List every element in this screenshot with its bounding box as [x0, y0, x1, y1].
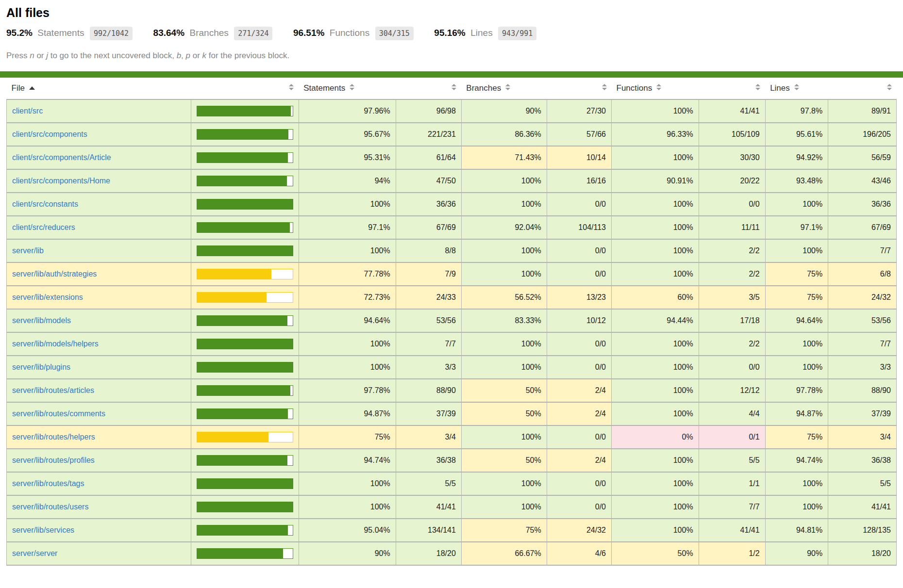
coverage-bar-cell [191, 542, 299, 565]
hint-key: k [202, 51, 207, 60]
column-header-branches[interactable]: Branches [461, 78, 547, 99]
column-header-branches-label: Branches [466, 83, 501, 93]
column-header-lines-fraction[interactable] [828, 78, 897, 99]
statements-fraction-cell: 7/9 [396, 262, 461, 286]
metric-functions-fraction: 304/315 [375, 27, 414, 40]
file-cell: server/server [7, 542, 191, 565]
file-link[interactable]: server/lib/routes/helpers [12, 433, 95, 441]
file-link[interactable]: client/src/components [12, 130, 87, 138]
sort-arrows-icon[interactable] [887, 84, 892, 90]
coverage-bar [197, 106, 293, 116]
sort-arrows-icon[interactable] [350, 84, 354, 90]
lines-pct-cell: 94.92% [765, 146, 828, 169]
functions-fraction-cell: 105/109 [699, 123, 765, 146]
coverage-bar [197, 362, 293, 373]
statements-pct-cell: 100% [299, 356, 396, 379]
file-link[interactable]: server/lib/plugins [12, 363, 70, 371]
statements-fraction-cell: 24/33 [396, 286, 461, 309]
file-link[interactable]: server/lib/models/helpers [12, 340, 99, 348]
coverage-bar [197, 222, 293, 233]
sort-asc-icon[interactable] [29, 86, 35, 90]
coverage-bar-fill [197, 269, 271, 279]
sort-arrows-icon[interactable] [452, 84, 456, 90]
file-link[interactable]: server/lib/routes/comments [12, 409, 105, 418]
statements-pct-cell: 95.31% [299, 146, 396, 169]
file-link[interactable]: server/lib/routes/tags [12, 479, 84, 488]
coverage-bar-fill [197, 316, 288, 326]
statements-fraction-cell: 67/69 [396, 216, 461, 239]
file-link[interactable]: server/lib/services [12, 526, 74, 534]
lines-fraction-cell: 41/41 [828, 495, 897, 519]
file-link[interactable]: client/src [12, 107, 43, 115]
coverage-bar [197, 478, 293, 489]
column-header-lines[interactable]: Lines [765, 78, 828, 99]
branches-pct-cell: 50% [461, 379, 547, 402]
file-link[interactable]: client/src/constants [12, 200, 78, 208]
file-link[interactable]: client/src/components/Home [12, 177, 110, 185]
coverage-bar [197, 199, 293, 210]
lines-pct-cell: 94.81% [765, 519, 828, 542]
column-header-chart[interactable] [191, 78, 299, 99]
file-cell: client/src/components [7, 123, 191, 146]
file-link[interactable]: server/lib/extensions [12, 293, 83, 301]
coverage-bar-fill [197, 525, 288, 535]
metric-branches: 83.64% Branches 271/324 [153, 28, 273, 38]
sort-arrows-icon[interactable] [794, 84, 799, 90]
coverage-bar-fill [197, 409, 288, 419]
coverage-bar-cell [191, 239, 299, 262]
coverage-bar-fill [197, 456, 288, 465]
coverage-bar [197, 432, 293, 442]
sort-arrows-icon[interactable] [755, 84, 760, 90]
sort-arrows-icon[interactable] [289, 84, 294, 90]
branches-pct-cell: 100% [461, 332, 547, 356]
branches-fraction-cell: 10/14 [547, 146, 611, 169]
column-header-statements[interactable]: Statements [299, 78, 396, 99]
file-link[interactable]: client/src/reducers [12, 223, 75, 231]
functions-fraction-cell: 3/5 [699, 286, 765, 309]
lines-pct-cell: 95.61% [765, 123, 828, 146]
branches-fraction-cell: 4/6 [547, 542, 611, 565]
sort-arrows-icon[interactable] [656, 84, 661, 90]
branches-fraction-cell: 27/30 [547, 99, 611, 123]
lines-pct-cell: 75% [765, 262, 828, 286]
table-header-row: File Statements Branches Func [7, 78, 897, 99]
coverage-bar-cell [191, 286, 299, 309]
statements-pct-cell: 97.78% [299, 379, 396, 402]
functions-pct-cell: 100% [612, 519, 699, 542]
hint-key: n [30, 51, 34, 60]
functions-pct-cell: 100% [612, 472, 699, 495]
statements-pct-cell: 97.1% [299, 216, 396, 239]
column-header-functions[interactable]: Functions [612, 78, 699, 99]
lines-fraction-cell: 43/46 [828, 169, 897, 193]
file-link[interactable]: server/server [12, 549, 57, 557]
file-cell: server/lib [7, 239, 191, 262]
branches-pct-cell: 100% [461, 169, 547, 193]
sort-arrows-icon[interactable] [602, 84, 607, 90]
branches-fraction-cell: 57/66 [547, 123, 611, 146]
file-link[interactable]: server/lib/routes/profiles [12, 456, 95, 464]
lines-pct-cell: 100% [765, 472, 828, 495]
coverage-bar-fill [197, 130, 289, 139]
column-header-functions-fraction[interactable] [699, 78, 765, 99]
column-header-statements-fraction[interactable] [396, 78, 461, 99]
branches-fraction-cell: 0/0 [547, 262, 611, 286]
functions-pct-cell: 96.33% [612, 123, 699, 146]
functions-fraction-cell: 7/7 [699, 495, 765, 519]
coverage-bar-cell [191, 425, 299, 449]
file-link[interactable]: server/lib/routes/articles [12, 386, 94, 394]
table-row: client/src/components/Home94%47/50100%16… [7, 169, 897, 193]
branches-fraction-cell: 0/0 [547, 356, 611, 379]
file-link[interactable]: server/lib/auth/strategies [12, 270, 97, 278]
table-row: server/lib/routes/helpers75%3/4100%0/00%… [7, 425, 897, 449]
sort-arrows-icon[interactable] [505, 84, 510, 90]
column-header-file[interactable]: File [7, 78, 191, 99]
functions-pct-cell: 60% [612, 286, 699, 309]
file-link[interactable]: server/lib/routes/users [12, 503, 88, 511]
coverage-bar-fill [197, 432, 269, 442]
file-link[interactable]: server/lib/models [12, 316, 71, 325]
statements-fraction-cell: 37/39 [396, 402, 461, 425]
file-link[interactable]: server/lib [12, 246, 44, 255]
column-header-branches-fraction[interactable] [547, 78, 611, 99]
file-link[interactable]: client/src/components/Article [12, 153, 111, 162]
lines-fraction-cell: 5/5 [828, 472, 897, 495]
